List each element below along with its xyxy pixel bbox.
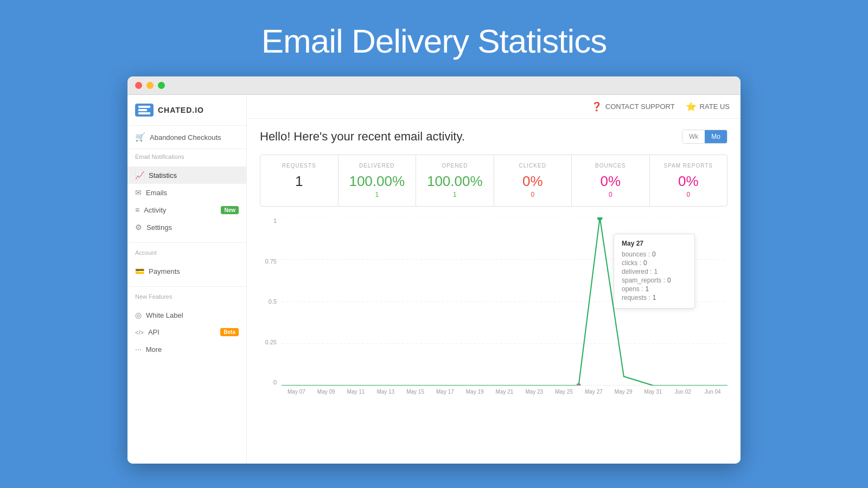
tooltip-clicks-val: 0 — [643, 259, 647, 267]
x-axis: May 07 May 09 May 11 May 13 May 15 May 1… — [282, 386, 727, 402]
white-label-icon: ◎ — [135, 311, 142, 319]
tooltip-bounces: bounces : 0 — [622, 251, 687, 258]
account-section-label: Account — [127, 245, 246, 258]
email-notifications-label: Email Notifications — [127, 149, 246, 162]
tooltip-spam-key: spam_reports : — [622, 277, 665, 284]
stat-sub-clicked: 0 — [503, 191, 563, 198]
tooltip-delivered: delivered : 1 — [622, 268, 687, 275]
y-label-05: 0.5 — [269, 298, 279, 305]
y-label-0: 0 — [273, 379, 279, 386]
contact-support-label: CONTACT SUPPORT — [605, 102, 675, 111]
sidebar-item-emails[interactable]: ✉ Emails — [127, 184, 246, 201]
emails-icon: ✉ — [135, 188, 142, 197]
settings-icon: ⚙ — [135, 223, 142, 232]
activity-icon: ≡ — [135, 206, 139, 214]
sidebar-item-activity[interactable]: ≡ Activity New — [127, 201, 246, 219]
traffic-light-green[interactable] — [158, 82, 165, 89]
stat-value-requests: 1 — [269, 173, 329, 190]
stat-label-spam: SPAM REPORTS — [659, 163, 719, 169]
x-label-may27: May 27 — [579, 389, 609, 395]
contact-support-button[interactable]: ❓ CONTACT SUPPORT — [591, 101, 675, 112]
x-label-may21: May 21 — [490, 389, 520, 395]
main-content: ❓ CONTACT SUPPORT ⭐ RATE US Hello! Here'… — [247, 95, 741, 464]
sidebar-item-settings[interactable]: ⚙ Settings — [127, 219, 246, 236]
sidebar-item-api[interactable]: </> API Beta — [127, 324, 246, 341]
period-wk-button[interactable]: Wk — [682, 130, 705, 143]
sidebar-item-emails-label: Emails — [146, 189, 167, 197]
activity-new-badge: New — [221, 206, 239, 214]
stat-card-bounces: BOUNCES 0% 0 — [572, 155, 650, 206]
payments-icon: 💳 — [135, 267, 144, 275]
stat-sub-opened: 1 — [425, 191, 485, 198]
traffic-light-yellow[interactable] — [146, 82, 154, 89]
x-label-may25: May 25 — [549, 389, 579, 395]
y-label-025: 0.25 — [265, 339, 279, 345]
new-features-section-label: New Features — [127, 289, 246, 302]
logo-icon — [135, 104, 154, 117]
browser-window: CHATED.IO 🛒 Abandoned Checkouts Email No… — [127, 76, 741, 464]
topbar: ❓ CONTACT SUPPORT ⭐ RATE US — [247, 95, 741, 119]
sidebar-item-api-label: API — [148, 328, 159, 336]
sidebar-item-payments[interactable]: 💳 Payments — [127, 262, 246, 280]
y-label-1: 1 — [273, 217, 279, 224]
help-circle-icon: ❓ — [591, 101, 602, 112]
sidebar-item-more[interactable]: ··· More — [127, 341, 246, 358]
sidebar-item-statistics-label: Statistics — [149, 171, 177, 179]
tooltip-clicks: clicks : 0 — [622, 259, 687, 267]
sidebar-account-section: 💳 Payments — [127, 258, 246, 284]
stat-label-delivered: DELIVERED — [347, 163, 407, 169]
rate-us-button[interactable]: ⭐ RATE US — [686, 101, 730, 112]
cart-icon: 🛒 — [135, 132, 145, 142]
period-mo-button[interactable]: Mo — [705, 130, 727, 143]
stat-card-requests: REQUESTS 1 — [260, 155, 339, 206]
sidebar-item-statistics[interactable]: 📈 Statistics — [127, 166, 246, 184]
y-label-075: 0.75 — [265, 258, 279, 265]
x-label-may07: May 07 — [282, 389, 311, 395]
tooltip-requests: requests : 1 — [622, 294, 687, 301]
x-label-jun02: Jun 02 — [668, 389, 698, 395]
sidebar-item-settings-label: Settings — [146, 223, 172, 232]
stat-label-opened: OPENED — [425, 163, 485, 169]
stat-sub-delivered: 1 — [347, 191, 407, 198]
tooltip-bounces-val: 0 — [652, 251, 656, 258]
x-label-may11: May 11 — [341, 389, 371, 395]
browser-body: CHATED.IO 🛒 Abandoned Checkouts Email No… — [127, 95, 741, 464]
svg-rect-0 — [138, 106, 150, 108]
tooltip-opens: opens : 1 — [622, 285, 687, 293]
tooltip-opens-key: opens : — [622, 285, 643, 293]
page-title: Email Delivery Statistics — [261, 0, 607, 76]
tooltip-date: May 27 — [622, 240, 687, 247]
statistics-icon: 📈 — [135, 171, 144, 179]
browser-titlebar — [127, 76, 741, 95]
x-label-jun04: Jun 04 — [698, 389, 727, 395]
x-label-may23: May 23 — [519, 389, 549, 395]
tooltip-opens-val: 1 — [645, 285, 649, 293]
period-toggle: Wk Mo — [682, 130, 727, 144]
x-label-may29: May 29 — [609, 389, 639, 395]
y-axis: 1 0.75 0.5 0.25 0 — [260, 217, 279, 386]
sidebar-new-features-section: ◎ White Label </> API Beta ··· More — [127, 302, 246, 362]
stat-value-bounces: 0% — [580, 173, 641, 190]
traffic-light-red[interactable] — [135, 82, 142, 89]
x-label-may09: May 09 — [311, 389, 341, 395]
stats-title-row: Hello! Here's your recent email activity… — [260, 130, 727, 144]
rate-us-label: RATE US — [700, 102, 730, 111]
sidebar-item-more-label: More — [146, 345, 162, 354]
sidebar-item-white-label-label: White Label — [146, 311, 183, 319]
sidebar-item-abandoned-checkouts[interactable]: 🛒 Abandoned Checkouts — [127, 126, 246, 149]
stat-label-clicked: CLICKED — [503, 163, 563, 169]
logo-text: CHATED.IO — [158, 106, 204, 114]
stat-card-clicked: CLICKED 0% 0 — [494, 155, 572, 206]
x-label-may15: May 15 — [400, 389, 430, 395]
api-icon: </> — [135, 329, 144, 336]
sidebar-item-activity-label: Activity — [144, 206, 166, 214]
more-icon: ··· — [135, 345, 142, 354]
sidebar-divider-2 — [127, 286, 246, 287]
stat-sub-spam: 0 — [659, 191, 719, 198]
sidebar-item-white-label[interactable]: ◎ White Label — [127, 306, 246, 324]
stat-value-opened: 100.00% — [425, 173, 485, 190]
stat-card-opened: OPENED 100.00% 1 — [416, 155, 494, 206]
stat-sub-bounces: 0 — [580, 191, 641, 198]
tooltip-bounces-key: bounces : — [622, 251, 650, 258]
x-label-may19: May 19 — [460, 389, 490, 395]
